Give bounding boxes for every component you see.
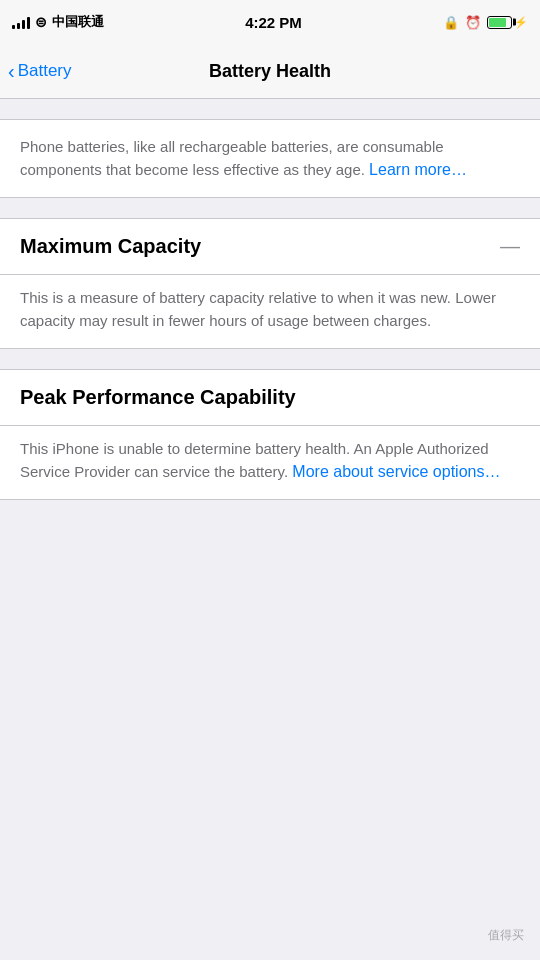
lock-icon: 🔒 [443, 15, 459, 30]
status-time: 4:22 PM [245, 14, 302, 31]
learn-more-link[interactable]: Learn more… [369, 161, 467, 178]
nav-bar: ‹ Battery Battery Health [0, 44, 540, 99]
signal-bars [12, 15, 30, 29]
back-button[interactable]: ‹ Battery [8, 61, 72, 81]
maximum-capacity-text: This is a measure of battery capacity re… [20, 289, 496, 329]
status-bar: ⊜ 中国联通 4:22 PM 🔒 ⏰ ⚡ [0, 0, 540, 44]
battery-fill [489, 18, 506, 27]
lightning-icon: ⚡ [514, 16, 528, 29]
service-options-link[interactable]: More about service options… [292, 463, 500, 480]
back-chevron-icon: ‹ [8, 61, 15, 81]
battery-body [487, 16, 512, 29]
back-label: Battery [18, 61, 72, 81]
page-title: Battery Health [209, 61, 331, 82]
maximum-capacity-dash: — [500, 235, 520, 258]
peak-performance-body: This iPhone is unable to determine batte… [0, 426, 540, 499]
peak-performance-header: Peak Performance Capability [0, 370, 540, 426]
content-area: Phone batteries, like all rechargeable b… [0, 99, 540, 500]
peak-performance-card: Peak Performance Capability This iPhone … [0, 369, 540, 500]
battery-indicator: ⚡ [487, 16, 528, 29]
maximum-capacity-card: Maximum Capacity — This is a measure of … [0, 218, 540, 349]
status-left: ⊜ 中国联通 [12, 13, 104, 31]
wifi-icon: ⊜ [35, 14, 47, 30]
maximum-capacity-header: Maximum Capacity — [0, 219, 540, 275]
maximum-capacity-body: This is a measure of battery capacity re… [0, 275, 540, 348]
status-right: 🔒 ⏰ ⚡ [443, 15, 528, 30]
alarm-icon: ⏰ [465, 15, 481, 30]
carrier-label: 中国联通 [52, 13, 104, 31]
watermark: 值得买 [488, 927, 524, 944]
info-section-card: Phone batteries, like all rechargeable b… [0, 119, 540, 198]
peak-performance-title: Peak Performance Capability [20, 386, 296, 408]
maximum-capacity-title: Maximum Capacity [20, 235, 201, 258]
info-section: Phone batteries, like all rechargeable b… [0, 120, 540, 197]
